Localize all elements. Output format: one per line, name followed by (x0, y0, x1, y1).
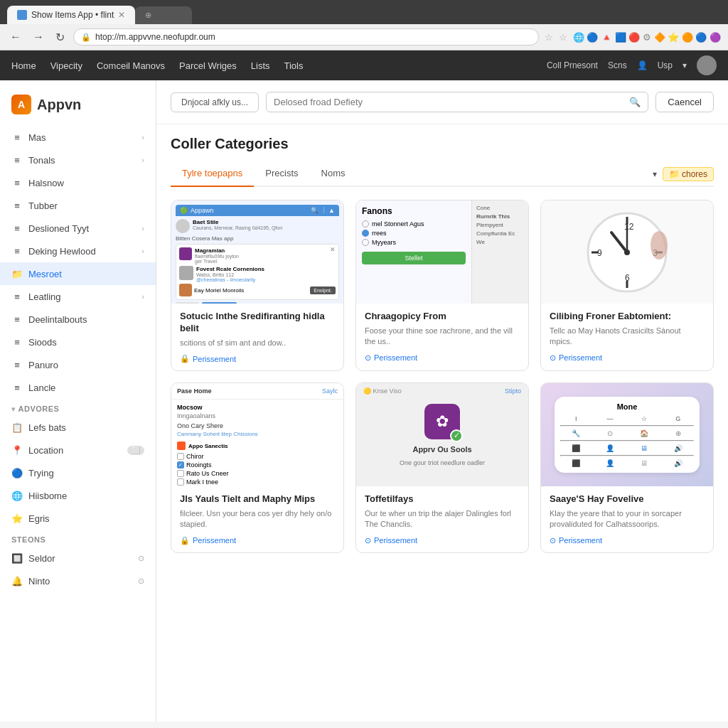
card4-header-left: Pase Home (177, 387, 212, 395)
card-1-image: 🟢 Appawn 🔍 ⋮ ▲ Baet Stile Caurans, Merne… (171, 200, 343, 304)
sidebar-item-hiisbome[interactable]: 🌐Hiisbome (0, 484, 156, 507)
deking-chevron: › (141, 247, 144, 255)
card4-header-right: Saylc (322, 387, 338, 395)
card1-contrib-button[interactable]: $Contibrojle (202, 302, 237, 304)
card1-overlay-title: Magramlan (195, 247, 239, 254)
tab-precists[interactable]: Precists (254, 162, 309, 187)
card-5-lock-icon: ⊙ (365, 536, 371, 545)
tab-tylre[interactable]: Tylre toepapns (171, 162, 254, 187)
leatling-icon: ≡ (11, 291, 23, 302)
bookmark-icon2[interactable]: ☆ (559, 32, 567, 43)
card2-right-1: Rurnrik This (476, 213, 524, 220)
sidebar-item-tonals[interactable]: ≡Tonals › (0, 149, 156, 171)
sidebar-item-ninto[interactable]: 🔔Ninto ⊙ (0, 569, 156, 592)
nav-scns[interactable]: Scns (608, 60, 627, 70)
forward-button[interactable]: → (30, 29, 47, 45)
nav-parcel[interactable]: Parcel Wriges (179, 58, 237, 74)
card-1-title: Sotucic Inthe Sredifiranting hidla belit (180, 311, 335, 335)
top-navigation: Home Vipecity Comceil Manovs Parcel Wrig… (0, 50, 728, 80)
card-6-desc: Klay the yeare that to your in sorcaper … (550, 508, 705, 530)
search-icon[interactable]: 🔍 (629, 97, 641, 107)
card1-overlay-close[interactable]: ✕ (330, 246, 336, 253)
card-2[interactable]: Fanons mel Stonnert Agus rrees (355, 200, 529, 371)
panuro-icon: ≡ (11, 359, 23, 370)
nav-tiols[interactable]: Tiols (284, 58, 304, 74)
sidebar-item-lancle[interactable]: ≡Lancle (0, 376, 156, 399)
card-1[interactable]: 🟢 Appawn 🔍 ⋮ ▲ Baet Stile Caurans, Merne… (171, 200, 344, 371)
seldor-icon: 🔲 (11, 552, 23, 564)
sidebar-item-mesroet[interactable]: 📁Mesroet (0, 262, 156, 285)
browser-tab-inactive[interactable]: ⊕ (135, 6, 192, 24)
sidebar-item-location[interactable]: 📍Location ⬜ (0, 439, 156, 461)
card1-back-button[interactable]: Eohret (176, 302, 199, 304)
card6-r1-1: — (594, 415, 626, 422)
browser-toolbar: ← → ↻ 🔒 htop://m.appvvne.neofupdr.oum ☆ … (0, 24, 728, 50)
nav-home[interactable]: Home (11, 58, 36, 74)
card6-r1-2: ☆ (628, 415, 660, 422)
card-4[interactable]: Pase Home Saylc Mocsow Inngaoalnans Ono … (171, 382, 344, 553)
bookmark-icon[interactable]: ☆ (545, 32, 553, 43)
extension-icons: 🌐 🔵 🔺 🟦 🔴 ⚙ 🔶 ⭐ 🟠 🔵 🟣 (573, 32, 721, 43)
card-2-desc: Foose your thine soe rachrone, and the v… (365, 326, 520, 348)
card2-right-4: We (476, 239, 524, 245)
card-2-lock-icon: ⊙ (365, 353, 371, 363)
card2-stellet-button[interactable]: Stellet (362, 252, 466, 264)
card-5[interactable]: 🟡 Knse Viso Stipto ✿ ✓ Apprv Ou Sools On… (355, 382, 529, 553)
hiisbome-icon: 🌐 (11, 490, 23, 501)
filter-button[interactable]: Dnjocal afkly us... (171, 92, 259, 112)
sidebar-item-mas[interactable]: ≡Mas › (0, 126, 156, 149)
nav-vipecity[interactable]: Vipecity (50, 58, 82, 74)
sidebar-item-lefs-bats[interactable]: 📋Lefs bats (0, 416, 156, 439)
sidebar-item-halsnow[interactable]: ≡Halsnow (0, 171, 156, 194)
nav-comceil[interactable]: Comceil Manovs (97, 58, 165, 74)
card2-checklist-title: Fanons (362, 206, 466, 216)
chores-badge[interactable]: 📁 chores (663, 167, 714, 181)
nav-usp[interactable]: Usp (658, 60, 673, 70)
user-avatar[interactable] (697, 55, 717, 75)
tab-right: ▾ 📁 chores (653, 167, 714, 181)
address-bar[interactable]: 🔒 htop://m.appvvne.neofupdr.oum (73, 28, 539, 46)
dropdown-icon[interactable]: ▾ (653, 169, 657, 179)
location-icon: 📍 (11, 444, 23, 456)
card-5-title: Toffetilfays (365, 493, 520, 505)
card4-app-label: Appo Sanectis (188, 443, 228, 449)
sidebar-logo: A Appvn (0, 87, 156, 126)
card1-app-favicon: 🟢 (180, 207, 188, 214)
app-layout: A Appvn ≡Mas › ≡Tonals › ≡Halsnow ≡Tubbe… (0, 80, 728, 722)
back-button[interactable]: ← (7, 29, 24, 45)
sidebar-item-tubber[interactable]: ≡Tubber (0, 194, 156, 217)
lefs-bats-icon: 📋 (11, 422, 23, 433)
card6-icon3-3: 🔊 (663, 459, 694, 467)
sidebar-item-deslioned[interactable]: ≡Deslioned Tyyt › (0, 217, 156, 240)
sidebar-item-deking[interactable]: ≡Deking Hewlood › (0, 240, 156, 262)
tab-noms[interactable]: Noms (310, 162, 357, 187)
deslioned-chevron: › (141, 224, 144, 232)
sidebar-item-sioods[interactable]: ≡Sioods (0, 331, 156, 353)
sidebar-section-advores[interactable]: ▾ AdVores (0, 399, 156, 416)
card1-enolpnt-button[interactable]: Enolpnt. (310, 287, 336, 294)
browser-tab-active[interactable]: Show Items App • flint ✕ (7, 6, 135, 24)
nav-lists[interactable]: Lists (251, 58, 270, 74)
search-input-container[interactable]: 🔍 (266, 92, 648, 112)
card-6[interactable]: Mone I — ☆ G 🔧 ⊙ (540, 382, 714, 553)
cancel-button[interactable]: Caencel (655, 92, 714, 112)
sidebar-item-leatling[interactable]: ≡Leatling › (0, 285, 156, 308)
sidebar-item-seldor[interactable]: 🔲Seldor ⊙ (0, 547, 156, 569)
svg-text:12: 12 (624, 222, 634, 232)
card-3[interactable]: 12 3 6 9 (540, 200, 714, 371)
card6-icon2-3: 🔊 (663, 444, 694, 452)
sidebar-item-trying[interactable]: 🔵Trying (0, 461, 156, 484)
tab-close-button[interactable]: ✕ (118, 10, 125, 20)
nav-coll[interactable]: Coll Prnesont (547, 60, 598, 70)
search-input[interactable] (274, 97, 629, 107)
card5-top-right: Stipto (505, 387, 521, 395)
sidebar-item-egris[interactable]: ⭐Egris (0, 507, 156, 530)
sidebar-section-steons[interactable]: Steons (0, 530, 156, 547)
reload-button[interactable]: ↻ (53, 29, 68, 46)
sidebar-item-deelintalbouts[interactable]: ≡Deelintalbouts (0, 308, 156, 331)
clock-svg: 12 3 6 9 (584, 210, 670, 295)
nav-chevron[interactable]: ▾ (682, 60, 687, 70)
card6-icon2-1: 👤 (594, 444, 626, 452)
sidebar-item-panuro[interactable]: ≡Panuro (0, 353, 156, 376)
card-6-lock-icon: ⊙ (550, 536, 556, 545)
